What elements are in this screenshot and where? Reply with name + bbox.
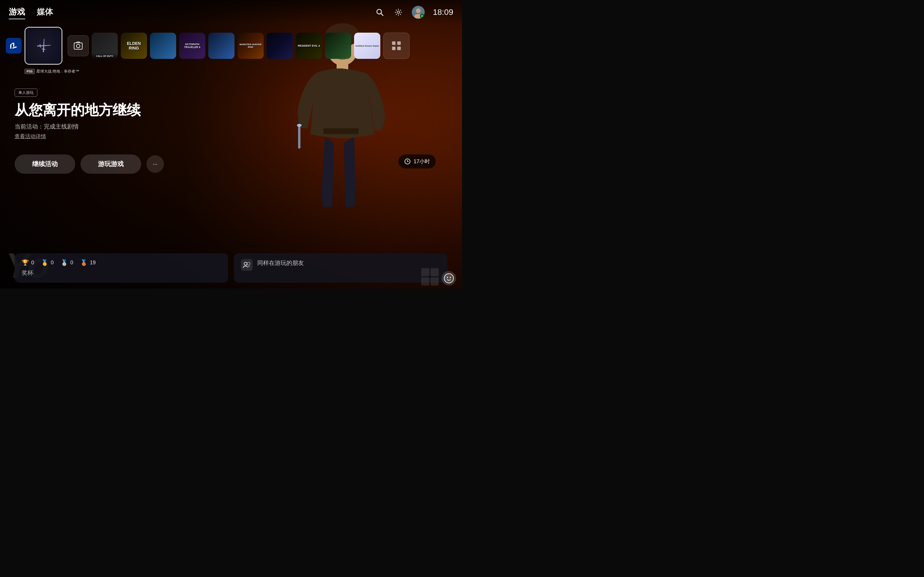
search-icon[interactable] [375,7,385,18]
friends-icon [241,259,253,271]
friends-label: 同样在游玩的朋友 [257,259,304,267]
game-card-octopath2[interactable]: OCTOPATH TRAVELER II [179,33,205,59]
ps-store-button[interactable] [6,38,22,54]
clock-icon [404,158,411,164]
trophy-row: 🏆 0 🥇 0 🥈 0 🥉 19 [22,259,221,266]
svg-point-24 [247,262,250,265]
tab-games[interactable]: 游戏 [9,5,25,19]
svg-rect-19 [397,47,401,50]
selected-game-art: ⚔ [25,28,61,64]
bottom-cards: 🏆 0 🥇 0 🥈 0 🥉 19 奖杯 [0,253,462,283]
svg-point-8 [377,9,381,14]
gold-trophy-icon: 🥇 [41,259,48,266]
game-headline: 从您离开的地方继续 [15,103,447,118]
playtime-badge: 17小时 [398,155,436,168]
face-cell-4 [431,277,439,285]
trophy-card[interactable]: 🏆 0 🥇 0 🥈 0 🥉 19 奖杯 [15,253,228,283]
game-activity: 当前活动：完成主线剧情 [15,122,447,131]
trophy-silver: 🥈 0 [61,259,73,266]
game-card-ff7[interactable] [208,33,234,59]
smiley-button[interactable] [442,271,456,285]
svg-point-26 [447,277,448,278]
game-card-goose[interactable]: Untitled Goose Game [354,33,380,59]
game-card-elden[interactable]: ELDEN RING [121,33,147,59]
game-card-cod[interactable]: CALL OF DUTY [92,33,118,59]
continue-activity-button[interactable]: 继续活动 [15,155,75,174]
svg-point-10 [397,11,400,13]
svg-rect-14 [74,43,82,49]
view-activity-link[interactable]: 查看活动详情 [15,133,447,140]
face-cell-3 [421,277,429,285]
action-buttons: 继续活动 游玩游戏 ··· [15,155,164,174]
svg-point-25 [444,274,454,283]
face-cell-1 [421,268,429,276]
sword-icon: ⚔ [33,35,54,56]
face-grid [421,268,439,285]
bottom-section: 🏆 0 🥇 0 🥈 0 🥉 19 奖杯 [0,253,462,288]
silver-count: 0 [70,259,73,266]
svg-line-9 [381,13,383,16]
tab-media[interactable]: 媒体 [37,5,53,19]
trophy-bronze: 🥉 19 [80,259,96,266]
trophy-label: 奖杯 [22,269,221,277]
bronze-count: 19 [90,259,96,266]
svg-point-15 [76,44,80,48]
hero-content: 单人游玩 从您离开的地方继续 当前活动：完成主线剧情 查看活动详情 继续活动 游… [0,71,462,194]
settings-icon[interactable] [393,7,404,18]
gold-count: 0 [51,259,54,266]
svg-point-27 [450,277,451,278]
clock-display: 18:09 [433,8,453,17]
single-player-badge: 单人游玩 [15,89,37,97]
game-card-mgs[interactable] [325,33,351,59]
top-navigation: 游戏 媒体 18:09 [0,0,462,24]
screenshot-button[interactable] [68,35,89,56]
selected-game-wrapper: ⚔ PS5 星球大战 绝地：幸存者™ [24,27,62,65]
platinum-trophy-icon: 🏆 [22,259,29,266]
friends-card-inner: 同样在游玩的朋友 [241,259,440,271]
more-options-button[interactable]: ··· [146,155,164,173]
silver-trophy-icon: 🥈 [61,259,68,266]
platinum-count: 0 [31,259,34,266]
friends-card[interactable]: 同样在游玩的朋友 [234,253,447,283]
svg-rect-18 [392,47,396,50]
game-card-mhrise[interactable]: MONSTER HUNTER RISE [237,33,264,59]
game-shelf: ⚔ PS5 星球大战 绝地：幸存者™ CALL OF DUTY ELDEN RI… [0,24,462,68]
game-card-rainbow[interactable] [267,33,293,59]
nav-right-icons: 18:09 [375,6,453,19]
action-buttons-wrapper: 继续活动 游玩游戏 ··· 17小时 [15,155,447,185]
nav-tabs: 游戏 媒体 [9,5,53,19]
svg-point-12 [416,8,421,13]
game-card-more[interactable] [383,33,409,59]
game-card-re4[interactable]: RESIDENT EVIL 4 [296,33,322,59]
bottom-right-panel [421,268,456,285]
trophy-platinum: 🏆 0 [22,259,34,266]
playtime-value: 17小时 [414,158,430,165]
svg-point-23 [244,262,247,265]
play-game-button[interactable]: 游玩游戏 [81,155,141,174]
selected-game-card[interactable]: ⚔ [24,27,62,65]
bronze-trophy-icon: 🥉 [80,259,87,266]
game-card-octopath1[interactable] [150,33,176,59]
face-cell-2 [431,268,439,276]
trophy-gold: 🥇 0 [41,259,54,266]
svg-rect-16 [392,41,396,45]
game-card-cod-label: CALL OF DUTY [92,53,118,59]
user-avatar[interactable] [412,6,425,19]
svg-rect-17 [397,41,401,45]
